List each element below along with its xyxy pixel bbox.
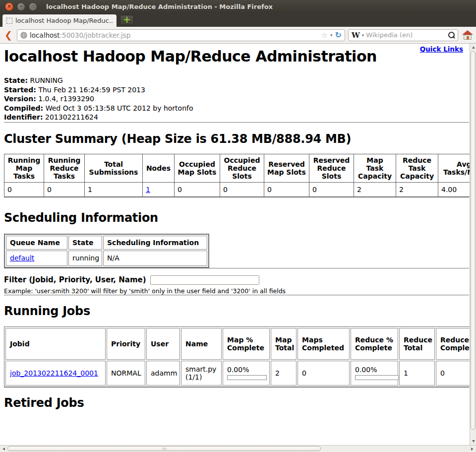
column-header: Maps Completed — [298, 328, 350, 360]
search-icon[interactable] — [448, 32, 455, 38]
column-header: Reduce % Complete — [351, 328, 398, 360]
maximize-icon: ▢ — [31, 5, 35, 8]
divider — [4, 122, 469, 123]
data-table: JobidPriorityUserNameMap % CompleteMap T… — [4, 326, 470, 387]
table-row: defaultrunningN/A — [6, 251, 207, 266]
search-input[interactable] — [366, 31, 446, 39]
column-header: Scheduling Information — [103, 236, 207, 250]
right-arrow-icon — [471, 448, 474, 451]
back-button[interactable]: ❮ — [3, 29, 14, 41]
filter-label: Filter (Jobid, Priority, User, Name) — [4, 275, 146, 284]
column-header: Map % Complete — [223, 328, 270, 360]
search-engine-caret-icon[interactable]: ▾ — [362, 33, 364, 38]
column-header: State — [68, 236, 102, 250]
table-cell: 4.00 — [438, 182, 470, 196]
table-cell: 2 — [271, 361, 297, 386]
tab-label: localhost Hadoop Map/Reduc... — [15, 17, 113, 24]
url-dropdown-caret-icon[interactable]: ▾ — [330, 33, 333, 38]
divider — [4, 295, 469, 296]
retired-jobs-heading: Retired Jobs — [4, 396, 470, 410]
page-content: Quick Links localhost Hadoop Map/Reduce … — [0, 44, 470, 445]
divider — [4, 387, 469, 388]
column-header: Reserved Map Slots — [264, 154, 309, 182]
close-button[interactable]: × — [5, 2, 13, 11]
table-cell: NORMAL — [107, 361, 145, 386]
table-row: job_201302211624_0001NORMALadammsmart.py… — [5, 361, 470, 386]
scroll-up-button[interactable] — [471, 44, 476, 51]
minimize-icon: – — [20, 4, 22, 9]
scroll-left-button[interactable] — [0, 446, 7, 452]
globe-icon — [20, 32, 27, 39]
table-cell: 1 — [143, 182, 175, 196]
filter-input[interactable] — [150, 275, 259, 285]
vertical-scrollbar-thumb[interactable] — [471, 51, 476, 430]
window-titlebar: × – ▢ localhost Hadoop Map/Reduce Admini… — [0, 0, 476, 13]
filter-example-text: Example: 'user:smith 3200' will filter b… — [4, 287, 470, 295]
quick-links-link[interactable]: Quick Links — [418, 45, 465, 54]
horizontal-scrollbar[interactable] — [0, 445, 476, 452]
nodes-link[interactable]: 1 — [146, 186, 150, 194]
new-tab-button[interactable]: + — [120, 15, 134, 25]
started-line: Started: Thu Feb 21 16:24:59 PST 2013 — [4, 85, 470, 95]
down-arrow-icon — [472, 440, 475, 443]
cluster-summary-heading: Cluster Summary (Heap Size is 61.38 MB/8… — [4, 132, 470, 146]
table-cell: 1 — [85, 182, 143, 196]
cluster-summary-table: Running Map TasksRunning Reduce TasksTot… — [4, 154, 470, 197]
table-cell: 0.00% — [223, 361, 270, 386]
table-cell: adamm — [146, 361, 180, 386]
job-link[interactable]: job_201302211624_0001 — [10, 369, 98, 377]
tab-jobtracker[interactable]: localhost Hadoop Map/Reduc... — [2, 14, 117, 27]
column-header: Avg. Tasks/Node — [438, 154, 470, 182]
queue-link[interactable]: default — [10, 254, 34, 262]
column-header: Nodes — [143, 154, 175, 182]
table-cell: 0 — [220, 182, 264, 196]
navigation-toolbar: ❮ localhost:50030/jobtracker.jsp ☆ ▾ ↻ W… — [0, 27, 476, 44]
table-cell: smart.py(1/1) — [181, 361, 222, 386]
url-host: localhost — [30, 31, 60, 39]
column-header: Map Task Capacity — [354, 154, 396, 182]
table-cell: 0 — [44, 182, 85, 196]
scheduling-table: Queue NameStateScheduling Informationdef… — [4, 234, 470, 268]
url-bar[interactable]: localhost:50030/jobtracker.jsp ☆ ▾ ↻ — [17, 29, 345, 41]
column-header: Reduce Task Capacity — [396, 154, 438, 182]
horizontal-scrollbar-thumb[interactable] — [7, 446, 321, 451]
tab-favicon-icon — [6, 18, 12, 24]
column-header: Reduces Completed — [436, 328, 470, 360]
table-cell: 2 — [354, 182, 396, 196]
table-cell: 0 — [264, 182, 309, 196]
bookmark-star-icon[interactable]: ☆ — [321, 31, 328, 40]
table-cell: 0 — [309, 182, 354, 196]
reload-icon[interactable]: ↻ — [335, 30, 342, 40]
home-icon — [462, 30, 473, 35]
home-button[interactable] — [462, 31, 473, 40]
table-cell: 1 — [399, 361, 435, 386]
data-table: Queue NameStateScheduling Informationdef… — [4, 234, 209, 268]
column-header: Occupied Map Slots — [175, 154, 220, 182]
vertical-scrollbar[interactable] — [470, 44, 476, 445]
column-header: Reserved Reduce Slots — [309, 154, 354, 182]
table-cell: N/A — [103, 251, 207, 266]
url-path: :50030/jobtracker.jsp — [60, 31, 131, 39]
column-header: Reduce Total — [399, 328, 435, 360]
window-title: localhost Hadoop Map/Reduce Administrati… — [46, 3, 273, 10]
identifier-line: Identifier: 201302211624 — [4, 113, 470, 122]
grip-icon — [163, 448, 163, 450]
table-cell: 0 — [175, 182, 220, 196]
search-bar[interactable]: W ▾ — [348, 29, 458, 41]
column-header: Priority — [107, 328, 145, 360]
maximize-button[interactable]: ▢ — [29, 2, 37, 11]
scroll-right-button[interactable] — [469, 446, 476, 452]
wikipedia-w-icon[interactable]: W — [352, 31, 360, 40]
close-icon: × — [7, 4, 11, 9]
minimize-button[interactable]: – — [17, 2, 25, 11]
running-jobs-heading: Running Jobs — [4, 304, 470, 318]
up-arrow-icon — [472, 46, 475, 49]
table-cell: job_201302211624_0001 — [5, 361, 106, 386]
table-cell: 0 — [4, 182, 44, 196]
compiled-line: Compiled: Wed Oct 3 05:13:58 UTC 2012 by… — [4, 104, 470, 113]
scroll-down-button[interactable] — [471, 438, 476, 445]
progress-bar — [355, 375, 399, 380]
version-line: Version: 1.0.4, r1393290 — [4, 94, 470, 104]
column-header: Name — [181, 328, 222, 360]
divider — [4, 197, 469, 198]
